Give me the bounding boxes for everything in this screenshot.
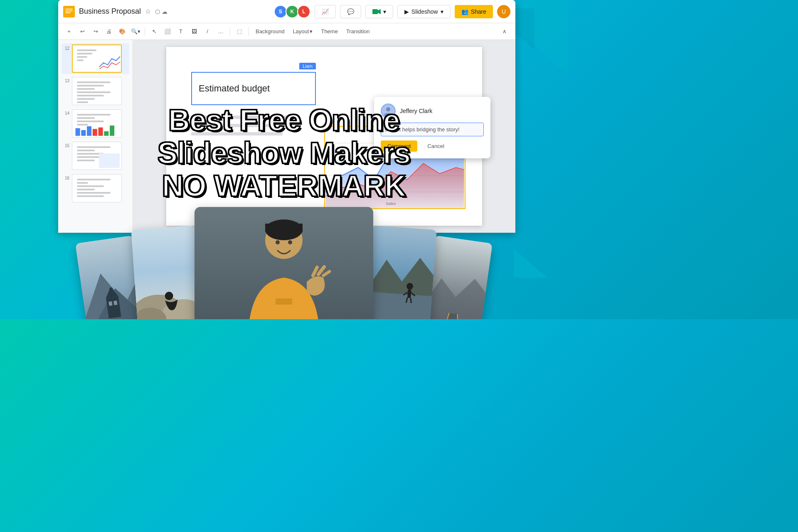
slide-num-13: 13 bbox=[63, 77, 69, 83]
photo-lake-scene bbox=[365, 225, 436, 319]
layout-arrow: ▾ bbox=[310, 28, 313, 34]
photo-rocks-scene bbox=[131, 225, 202, 319]
headline-line1: Best Free Online bbox=[0, 104, 568, 137]
slideshow-button[interactable]: ▶ Slideshow ▾ bbox=[397, 5, 451, 18]
star-icon[interactable]: ☆ bbox=[145, 7, 151, 15]
svg-point-40 bbox=[276, 240, 280, 244]
photo-card-center bbox=[195, 207, 373, 319]
budget-box: Liam Estimated budget bbox=[191, 72, 316, 105]
thumb-line bbox=[77, 56, 87, 58]
background-label: Background bbox=[256, 28, 284, 34]
comment-icon: 💬 bbox=[347, 8, 354, 15]
line-btn[interactable]: / bbox=[202, 26, 213, 37]
headline-line2: Slideshow Makers bbox=[0, 137, 568, 170]
paint-btn[interactable]: 🎨 bbox=[116, 26, 128, 37]
liam-tag: Liam bbox=[299, 63, 316, 69]
topbar: Business Proposal ☆ ⬡ ☁ S K L 📈 💬 ▾ bbox=[58, 0, 515, 23]
thumb-line bbox=[77, 91, 111, 93]
zoom-btn[interactable]: 🔍▾ bbox=[130, 26, 141, 37]
transition-label: Transition bbox=[346, 28, 370, 34]
separator-3 bbox=[249, 27, 249, 36]
dropdown-arrow: ▾ bbox=[441, 8, 443, 15]
svg-rect-26 bbox=[113, 300, 117, 305]
svg-point-41 bbox=[288, 240, 292, 244]
photo-card-4 bbox=[365, 225, 436, 319]
svg-rect-4 bbox=[372, 9, 378, 14]
svg-rect-25 bbox=[108, 301, 112, 306]
lake-svg bbox=[365, 225, 436, 319]
textbox-btn[interactable]: T bbox=[175, 26, 187, 37]
google-slides-icon bbox=[63, 6, 75, 17]
thumb-line bbox=[77, 53, 92, 54]
thumb-line bbox=[77, 101, 88, 103]
estimated-budget-text: Estimated budget bbox=[199, 83, 270, 94]
shape-btn[interactable]: ⬜ bbox=[162, 26, 173, 37]
svg-rect-3 bbox=[65, 12, 70, 13]
avatar-3: L bbox=[297, 5, 310, 18]
image-btn[interactable]: 🖼 bbox=[188, 26, 200, 37]
theme-btn[interactable]: Theme bbox=[318, 26, 341, 37]
headline-line3: NO WATERMARK bbox=[0, 170, 568, 202]
cursor-btn[interactable]: ↖ bbox=[148, 26, 160, 37]
play-icon: ▶ bbox=[404, 8, 409, 15]
undo-btn[interactable]: ↩ bbox=[76, 26, 88, 37]
transition-btn[interactable]: Transition bbox=[343, 26, 373, 37]
background-btn[interactable]: Background bbox=[252, 26, 288, 37]
svg-line-50 bbox=[410, 298, 411, 303]
thumb-line bbox=[77, 85, 104, 86]
cloud-icon: ☁ bbox=[162, 8, 167, 15]
layout-btn[interactable]: Layout ▾ bbox=[289, 26, 316, 37]
person-svg bbox=[195, 207, 373, 319]
thumb-line bbox=[77, 59, 84, 61]
thumb-line bbox=[77, 98, 95, 100]
user-avatar[interactable]: U bbox=[497, 5, 510, 18]
mini-chart bbox=[97, 54, 120, 71]
layout-label: Layout bbox=[293, 28, 309, 34]
trend-icon: 📈 bbox=[322, 8, 329, 15]
svg-rect-2 bbox=[65, 10, 73, 11]
slide-num-12: 12 bbox=[63, 44, 69, 51]
photo-card-2 bbox=[131, 225, 202, 319]
photo-cards bbox=[0, 195, 568, 319]
more-btn[interactable]: … bbox=[215, 26, 227, 37]
svg-rect-1 bbox=[65, 9, 73, 10]
drive-icon: ⬡ bbox=[155, 8, 160, 15]
thumb-line bbox=[77, 49, 96, 51]
overlay-text: Best Free Online Slideshow Makers NO WAT… bbox=[0, 104, 568, 203]
share-icon: 👥 bbox=[461, 8, 468, 15]
slide-preview-12 bbox=[72, 44, 122, 73]
doc-title[interactable]: Business Proposal bbox=[79, 7, 141, 16]
separator-2 bbox=[230, 27, 230, 36]
add-btn[interactable]: + bbox=[63, 26, 75, 37]
svg-rect-0 bbox=[63, 6, 75, 17]
svg-rect-35 bbox=[265, 224, 303, 232]
collaborators: S K L bbox=[274, 5, 310, 18]
theme-label: Theme bbox=[321, 28, 337, 34]
separator-1 bbox=[145, 27, 145, 36]
comment-btn[interactable]: 💬 bbox=[340, 5, 361, 18]
svg-rect-46 bbox=[407, 290, 411, 298]
svg-rect-44 bbox=[365, 292, 432, 319]
collapse-btn[interactable]: ∧ bbox=[499, 26, 510, 37]
photo-person bbox=[195, 207, 373, 319]
meet-btn[interactable]: ▾ bbox=[365, 5, 393, 18]
print-btn[interactable]: 🖨 bbox=[103, 26, 115, 37]
slide-thumb-13[interactable]: 13 bbox=[62, 76, 129, 106]
meet-dropdown-icon: ▾ bbox=[383, 8, 386, 15]
meet-icon bbox=[372, 9, 381, 15]
svg-rect-39 bbox=[276, 298, 292, 305]
thumb-line bbox=[77, 81, 111, 83]
redo-btn[interactable]: ↪ bbox=[90, 26, 101, 37]
drive-icons: ⬡ ☁ bbox=[155, 8, 167, 15]
slide-thumb-12[interactable]: 12 bbox=[62, 43, 129, 74]
slideshow-label: Slideshow bbox=[411, 8, 438, 15]
toolbar: + ↩ ↪ 🖨 🎨 🔍▾ ↖ ⬜ T 🖼 / … ⬚ Background La… bbox=[58, 23, 515, 40]
rocks-svg bbox=[131, 225, 202, 319]
thumb-line bbox=[77, 95, 104, 96]
slide-preview-13 bbox=[72, 77, 122, 105]
thumb-line bbox=[77, 88, 95, 90]
insert-btn[interactable]: ⬚ bbox=[234, 26, 245, 37]
share-label: Share bbox=[471, 8, 486, 15]
chart-icon-btn[interactable]: 📈 bbox=[315, 5, 336, 18]
share-button[interactable]: 👥 Share bbox=[455, 5, 493, 18]
